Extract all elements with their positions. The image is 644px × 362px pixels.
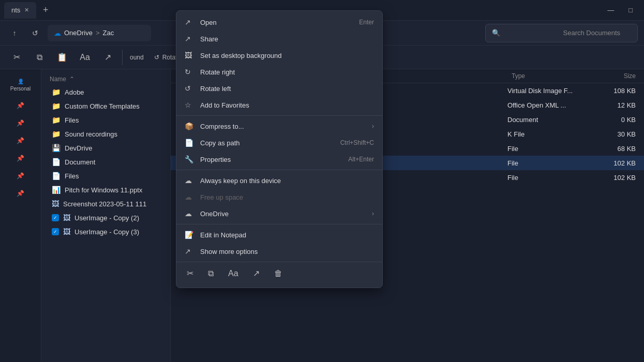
menu-free-space-label: Free up space <box>200 193 243 201</box>
sidebar-pin-1[interactable]: 📌 <box>3 98 38 113</box>
menu-item-favorites[interactable]: ☆ Add to Favorites <box>176 97 382 113</box>
tree-item-label: Pitch for Windows 11.pptx <box>65 186 142 194</box>
search-placeholder: Search Documents <box>563 29 632 37</box>
menu-item-copy-path[interactable]: 📄 Copy as path Ctrl+Shift+C <box>176 134 382 151</box>
tree-checkbox[interactable]: ✓ <box>52 214 59 221</box>
paste-icon: 📋 <box>57 52 67 62</box>
tree-item-files[interactable]: 📁 Files <box>43 113 168 127</box>
menu-item-desktop-bg[interactable]: 🖼 Set as desktop background <box>176 47 382 64</box>
menu-item-compress[interactable]: 📦 Compress to... › ZIP File 7z File TAR … <box>176 118 382 134</box>
tree-item-files2[interactable]: 📄 Files <box>43 169 168 183</box>
properties-shortcut: Alt+Enter <box>348 156 374 163</box>
share-btn[interactable]: ↗ <box>97 50 118 64</box>
desktop-bg-icon: 🖼 <box>185 51 194 59</box>
rotate-left-icon: ↺ <box>185 84 194 93</box>
file-type: Document <box>507 116 590 124</box>
menu-item-rotate-right[interactable]: ↻ Rotate right <box>176 64 382 80</box>
tree-item-adobe[interactable]: 📁 Adobe <box>43 85 168 99</box>
menu-item-edit-notepad[interactable]: 📝 Edit in Notepad <box>176 227 382 243</box>
tree-item-userimage2[interactable]: ✓ 🖼 UserImage - Copy (2) <box>43 211 168 224</box>
tree-item-label: Sound recordings <box>65 130 117 138</box>
sidebar-item-personal[interactable]: 👤 Personal <box>3 74 38 96</box>
search-box[interactable]: 🔍 Search Documents <box>485 24 638 42</box>
breadcrumb[interactable]: ☁ OneDrive > Zac <box>48 25 151 41</box>
menu-edit-notepad-label: Edit in Notepad <box>200 231 246 239</box>
bottom-rename-icon[interactable]: Aa <box>226 267 241 280</box>
sidebar-pin-3[interactable]: 📌 <box>3 133 38 148</box>
tree-item-custom-office[interactable]: 📁 Custom Office Templates <box>43 99 168 113</box>
copy-btn[interactable]: ⧉ <box>29 51 50 64</box>
bottom-share-icon[interactable]: ↗ <box>251 266 262 280</box>
menu-divider-3 <box>176 224 382 224</box>
menu-item-open[interactable]: ↗ Open Enter <box>176 14 382 31</box>
active-tab[interactable]: nts ✕ <box>4 2 36 19</box>
menu-item-share[interactable]: ↗ Share <box>176 31 382 47</box>
tree-item-userimage3[interactable]: ✓ 🖼 UserImage - Copy (3) <box>43 225 168 238</box>
tree-item-sound-recordings[interactable]: 📁 Sound recordings <box>43 127 168 141</box>
file-size: 102 KB <box>594 159 636 167</box>
drive-icon: 💾 <box>52 144 61 152</box>
cut-btn[interactable]: ✂ <box>6 50 27 64</box>
copy-path-shortcut: Ctrl+Shift+C <box>340 139 374 146</box>
menu-item-onedrive[interactable]: ☁ OneDrive › <box>176 205 382 222</box>
window-controls: — □ <box>604 5 640 15</box>
tree-item-devdrive[interactable]: 💾 DevDrive <box>43 141 168 155</box>
keep-device-icon: ☁ <box>185 176 194 185</box>
tree-item-label: UserImage - Copy (3) <box>74 228 139 236</box>
file-type: File <box>507 174 590 182</box>
compress-icon: 📦 <box>185 122 194 130</box>
sidebar-pin-2[interactable]: 📌 <box>3 115 38 131</box>
up-btn[interactable]: ↑ <box>6 25 23 41</box>
breadcrumb-provider: OneDrive <box>64 29 93 37</box>
tree-item-label: Files <box>65 172 79 180</box>
menu-item-more-options[interactable]: ↗ Show more options <box>176 243 382 260</box>
paste-btn[interactable]: 📋 <box>52 50 72 64</box>
sidebar-pin-4[interactable]: 📌 <box>3 150 38 166</box>
tree-item-label: Adobe <box>65 88 84 96</box>
favorites-icon: ☆ <box>185 101 194 109</box>
sidebar-pin-6[interactable]: 📌 <box>3 186 38 201</box>
free-space-icon: ☁ <box>185 193 194 201</box>
sidebar: 👤 Personal 📌 📌 📌 📌 📌 📌 <box>0 69 41 362</box>
open-shortcut: Enter <box>359 19 374 26</box>
menu-item-keep-device[interactable]: ☁ Always keep on this device <box>176 172 382 189</box>
sidebar-personal-label: Personal <box>10 86 31 92</box>
sidebar-pin-5[interactable]: 📌 <box>3 168 38 184</box>
menu-rotate-right-label: Rotate right <box>200 68 235 76</box>
minimize-btn[interactable]: — <box>604 5 617 15</box>
bottom-delete-icon[interactable]: 🗑 <box>272 267 284 280</box>
bottom-copy-icon[interactable]: ⧉ <box>206 267 216 280</box>
file-icon: 📄 <box>52 158 61 166</box>
menu-desktop-label: Set as desktop background <box>200 52 282 59</box>
menu-divider <box>176 115 382 116</box>
tree-item-pitch[interactable]: 📊 Pitch for Windows 11.pptx <box>43 183 168 197</box>
refresh-btn[interactable]: ↺ <box>27 25 43 41</box>
folder-icon: 📁 <box>52 116 61 124</box>
tree-item-document[interactable]: 📄 Document <box>43 155 168 169</box>
onedrive-icon: ☁ <box>185 209 194 218</box>
maximize-btn[interactable]: □ <box>625 5 636 15</box>
more-options-icon: ↗ <box>185 247 194 255</box>
menu-compress-label: Compress to... <box>200 123 244 130</box>
menu-bottom-icons: ✂ ⧉ Aa ↗ 🗑 <box>176 262 382 284</box>
rename-btn[interactable]: Aa <box>74 51 95 64</box>
copy-path-icon: 📄 <box>185 139 194 147</box>
header-size: Size <box>594 72 636 80</box>
tree-checkbox[interactable]: ✓ <box>52 228 59 235</box>
properties-icon: 🔧 <box>185 155 194 163</box>
file-icon: 🖼 <box>63 228 70 236</box>
new-tab-btn[interactable]: + <box>39 4 52 17</box>
tab-close-btn[interactable]: ✕ <box>24 7 29 13</box>
folder-icon: 📁 <box>52 88 61 96</box>
menu-item-rotate-left[interactable]: ↺ Rotate left <box>176 80 382 97</box>
pin-icon-5: 📌 <box>17 172 24 179</box>
bottom-cut-icon[interactable]: ✂ <box>185 266 196 280</box>
menu-item-free-space[interactable]: ☁ Free up space <box>176 189 382 205</box>
menu-item-properties[interactable]: 🔧 Properties Alt+Enter <box>176 151 382 168</box>
file-type: File <box>507 145 590 153</box>
file-tree: Name ⌃ 📁 Adobe 📁 Custom Office Templates… <box>41 69 171 362</box>
share-icon: ↗ <box>185 35 194 43</box>
person-icon: 👤 <box>18 79 24 84</box>
tree-item-screenshot[interactable]: 🖼 Screenshot 2023-05-11 111 <box>43 197 168 210</box>
pin-icon-1: 📌 <box>17 102 24 109</box>
